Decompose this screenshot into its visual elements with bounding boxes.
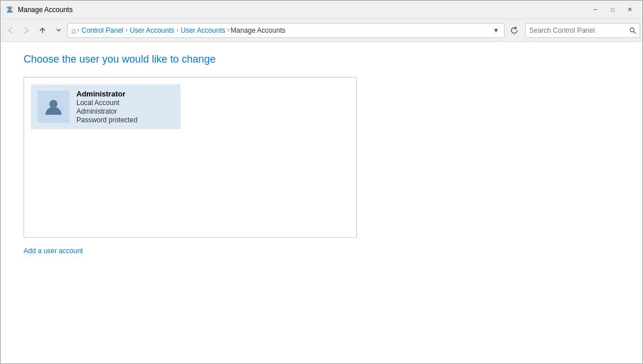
search-box [525, 23, 640, 38]
accounts-container: Administrator Local Account Administrato… [24, 77, 357, 238]
account-info: Administrator Local Account Administrato… [76, 90, 137, 124]
window-icon [5, 5, 14, 14]
breadcrumb-user-accounts-2[interactable]: User Accounts [180, 26, 226, 34]
window: Manage Accounts ─ □ ✕ [0, 0, 643, 364]
breadcrumb-dropdown-button[interactable]: ▾ [492, 26, 500, 34]
breadcrumb-sep-3: › [228, 27, 229, 33]
svg-point-1 [11, 6, 13, 9]
svg-line-4 [634, 32, 636, 33]
refresh-icon [510, 26, 518, 34]
refresh-button[interactable] [507, 23, 522, 38]
window-title: Manage Accounts [18, 6, 72, 14]
account-detail-password: Password protected [76, 116, 137, 124]
breadcrumb-bar: ⌂ › Control Panel › User Accounts › User… [67, 23, 505, 38]
account-name: Administrator [76, 90, 137, 98]
search-input[interactable] [526, 26, 626, 34]
minimize-button[interactable]: ─ [587, 4, 603, 16]
breadcrumb-user-accounts-1[interactable]: User Accounts [129, 26, 175, 34]
up-button[interactable] [35, 23, 50, 38]
user-icon [43, 96, 64, 117]
chevron-down-icon [56, 28, 61, 33]
recent-button[interactable] [51, 23, 66, 38]
search-icon [629, 27, 636, 34]
breadcrumb-home-icon[interactable]: ⌂ [71, 26, 76, 35]
back-button[interactable] [3, 23, 18, 38]
account-detail-role: Administrator [76, 107, 137, 115]
account-avatar [37, 91, 70, 123]
search-button[interactable] [626, 24, 640, 37]
svg-point-3 [630, 28, 634, 32]
title-bar: Manage Accounts ─ □ ✕ [1, 1, 642, 19]
breadcrumb-control-panel[interactable]: Control Panel [80, 26, 125, 34]
maximize-button[interactable]: □ [605, 4, 621, 16]
account-card-administrator[interactable]: Administrator Local Account Administrato… [31, 84, 180, 129]
back-icon [7, 27, 13, 34]
svg-point-5 [49, 100, 57, 108]
account-detail-local: Local Account [76, 99, 137, 107]
breadcrumb-current: Manage Accounts [230, 26, 285, 34]
content-area: Choose the user you would like to change… [1, 42, 642, 363]
title-bar-left: Manage Accounts [5, 5, 72, 14]
up-icon [39, 27, 46, 34]
svg-point-2 [6, 6, 9, 9]
forward-icon [24, 27, 29, 34]
add-user-link[interactable]: Add a user account [24, 247, 83, 255]
breadcrumb-sep-2: › [176, 27, 178, 33]
page-title: Choose the user you would like to change [24, 53, 619, 65]
close-button[interactable]: ✕ [622, 4, 638, 16]
title-bar-controls: ─ □ ✕ [587, 4, 638, 16]
breadcrumb-sep-0: › [77, 27, 79, 33]
svg-point-0 [8, 6, 11, 10]
breadcrumb-sep-1: › [126, 27, 128, 33]
forward-button[interactable] [19, 23, 34, 38]
nav-bar: ⌂ › Control Panel › User Accounts › User… [1, 19, 642, 42]
